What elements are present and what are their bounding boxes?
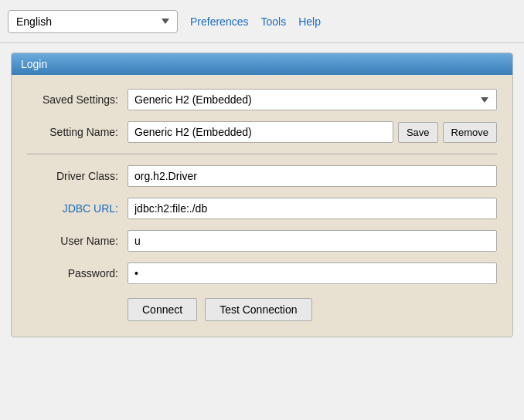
- setting-name-row: Setting Name: Save Remove: [27, 121, 497, 143]
- language-select[interactable]: English: [8, 10, 178, 33]
- login-panel-header: Login: [12, 53, 512, 75]
- button-row: Connect Test Connection: [27, 298, 497, 321]
- password-label: Password:: [27, 267, 128, 279]
- preferences-menu-item[interactable]: Preferences: [190, 15, 248, 28]
- driver-class-label: Driver Class:: [27, 170, 128, 182]
- password-input[interactable]: [128, 262, 497, 284]
- driver-class-row: Driver Class:: [27, 165, 497, 187]
- setting-name-input[interactable]: [128, 121, 393, 143]
- jdbc-url-input[interactable]: [128, 198, 497, 219]
- jdbc-url-row: JDBC URL:: [27, 198, 497, 219]
- driver-class-input[interactable]: [128, 165, 497, 187]
- login-panel: Login Saved Settings: Generic H2 (Embedd…: [11, 52, 513, 337]
- divider: [27, 154, 497, 154]
- remove-button[interactable]: Remove: [443, 122, 497, 143]
- login-panel-body: Saved Settings: Generic H2 (Embedded)Gen…: [12, 75, 512, 337]
- saved-settings-select[interactable]: Generic H2 (Embedded)Generic H2 (Server)…: [128, 89, 497, 110]
- user-name-label: User Name:: [27, 235, 128, 247]
- user-name-row: User Name:: [27, 230, 497, 252]
- connect-button[interactable]: Connect: [128, 298, 197, 321]
- login-title: Login: [21, 58, 47, 70]
- jdbc-url-label: JDBC URL:: [27, 202, 128, 215]
- password-row: Password:: [27, 262, 497, 284]
- save-button[interactable]: Save: [398, 122, 438, 143]
- menu-bar: English Preferences Tools Help: [0, 0, 524, 43]
- setting-name-label: Setting Name:: [27, 126, 128, 138]
- user-name-input[interactable]: [128, 230, 497, 252]
- saved-settings-label: Saved Settings:: [27, 93, 128, 106]
- saved-settings-row: Saved Settings: Generic H2 (Embedded)Gen…: [27, 89, 497, 110]
- test-connection-button[interactable]: Test Connection: [205, 298, 311, 321]
- help-menu-item[interactable]: Help: [298, 15, 321, 28]
- tools-menu-item[interactable]: Tools: [260, 15, 286, 28]
